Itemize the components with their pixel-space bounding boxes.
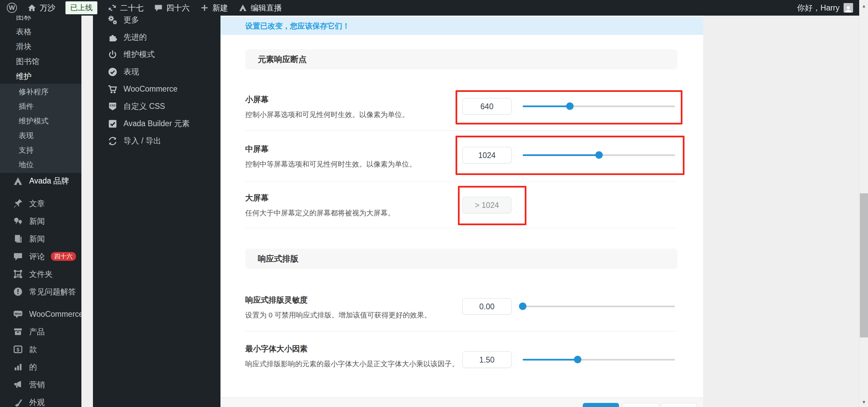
update-icon	[108, 3, 117, 13]
pages-icon	[12, 233, 24, 245]
setting-row-最小字体大小因素: 最小字体大小因素响应式排版影响的元素的最小字体大小是正文字体大小乘以该因子。1.…	[245, 331, 677, 398]
slider-handle[interactable]	[566, 102, 574, 110]
sidebar-subitem-地位[interactable]: 地位	[0, 157, 81, 172]
slider-handle[interactable]	[519, 303, 526, 310]
setting-slider[interactable]	[523, 97, 675, 115]
setting-slider[interactable]	[523, 297, 675, 315]
sidebar-item-label: 文件夹	[29, 269, 53, 279]
avada-icon	[238, 3, 248, 13]
section-header: 元素响应断点	[245, 49, 677, 70]
footer-button-3[interactable]	[661, 403, 697, 407]
sidebar-subitem-插件[interactable]: 插件	[0, 99, 81, 114]
setting-value-input[interactable]: 0.00	[462, 298, 512, 315]
plus-icon	[200, 3, 209, 13]
sidebar-item-Avada 品牌[interactable]: Avada 品牌	[0, 173, 81, 189]
options-menu-item-Avada Builder 元素[interactable]: Avada Builder 元素	[93, 115, 220, 132]
options-menu-item-先进的[interactable]: 先进的	[93, 28, 220, 46]
sidebar-subitem-修补程序[interactable]: 修补程序	[0, 84, 81, 99]
slider-fill	[523, 105, 570, 107]
css-badge-icon: CSS	[107, 100, 119, 113]
media-frame-icon	[12, 268, 24, 280]
site-online-badge[interactable]: 已上线	[65, 1, 97, 14]
admin-bar-item-label: 编辑直播	[251, 3, 282, 13]
admin-bar: W万沙已上线二十七四十六新建编辑直播 你好，Harry	[0, 0, 868, 16]
admin-bar-item-label: 四十六	[166, 3, 190, 13]
woocommerce-icon: Woo	[12, 308, 24, 320]
options-menu-item-导入 / 导出[interactable]: 导入 / 导出	[93, 132, 220, 150]
footer-button-2[interactable]	[622, 403, 659, 407]
sidebar-item-label: 款	[29, 344, 37, 355]
sidebar-item-label: 评论	[29, 251, 45, 262]
slider-handle[interactable]	[595, 151, 603, 159]
scrollbar-thumb[interactable]	[860, 193, 868, 337]
options-menu-item-表现[interactable]: 表现	[93, 63, 220, 80]
sidebar-item-常见问题解答[interactable]: 常见问题解答	[0, 283, 81, 301]
sidebar-item-文件夹[interactable]: 文件夹	[0, 265, 81, 283]
svg-text:CSS: CSS	[110, 104, 116, 107]
avatar[interactable]	[844, 3, 853, 13]
scroll-down-arrow[interactable]: ▼	[860, 398, 868, 406]
setting-value-input[interactable]: 1.50	[462, 351, 512, 368]
options-menu-item-label: 维护模式	[123, 49, 155, 60]
avada-icon	[12, 175, 24, 187]
sidebar-item-label: 外观	[29, 397, 45, 407]
footer-bar	[220, 398, 703, 407]
admin-bar-item-编辑直播[interactable]: 编辑直播	[238, 3, 282, 13]
setting-value-input[interactable]: > 1024	[462, 197, 512, 213]
scroll-up-arrow[interactable]: ▲	[860, 1, 868, 10]
sidebar-item-营销[interactable]: 营销	[0, 376, 81, 393]
admin-bar-item-万沙[interactable]: 万沙	[27, 3, 55, 13]
sidebar-item-新闻[interactable]: 新闻	[0, 212, 81, 230]
sidebar-item-新闻[interactable]: 新闻	[0, 230, 81, 248]
sidebar-item-label: 产品	[29, 327, 45, 337]
comment-icon	[154, 3, 163, 13]
admin-bar-item-新建[interactable]: 新建	[200, 3, 228, 13]
sidebar-item-滑块[interactable]: 滑块	[0, 39, 81, 54]
setting-description: 响应式排版影响的元素的最小字体大小是正文字体大小乘以该因子。	[245, 358, 459, 370]
sidebar-item-label: 新闻	[29, 234, 45, 244]
sidebar-item-维护[interactable]: 维护	[0, 69, 81, 84]
scrollbar[interactable]: ▲ ▼	[859, 0, 868, 407]
setting-description: 控制小屏幕选项和可见性何时生效。以像素为单位。	[245, 109, 459, 121]
setting-slider[interactable]	[523, 146, 675, 164]
analytics-icon	[12, 361, 24, 373]
sidebar-item-文章[interactable]: 文章	[0, 195, 81, 212]
sidebar-item-的[interactable]: 的	[0, 358, 81, 376]
sidebar-subitem-维护模式[interactable]: 维护模式	[0, 114, 81, 128]
options-menu-item-WooCommerce[interactable]: WooCommerce	[93, 80, 220, 98]
product-box-icon	[12, 326, 24, 337]
admin-bar-item-label: 新建	[212, 3, 228, 13]
sidebar-item-外观[interactable]: 外观	[0, 393, 81, 407]
slider-handle[interactable]	[574, 356, 581, 363]
import-export-icon	[107, 135, 119, 147]
sidebar-item-WooCommerce[interactable]: WooWooCommerce	[0, 305, 81, 323]
sidebar-item-款[interactable]: $款	[0, 341, 81, 358]
admin-bar-item-二十七[interactable]: 二十七	[108, 3, 143, 13]
sidebar-subitem-支持[interactable]: 支持	[0, 143, 81, 157]
sidebar-item-表格[interactable]: 表格	[0, 24, 81, 39]
sidebar-subitem-表现[interactable]: 表现	[0, 128, 81, 143]
admin-bar-item-四十六[interactable]: 四十六	[154, 3, 190, 13]
builder-check-icon	[107, 118, 119, 130]
sidebar-item-产品[interactable]: 产品	[0, 323, 81, 341]
admin-bar-item-label: 万沙	[40, 3, 55, 13]
sidebar-item-评论[interactable]: 评论四十六	[0, 248, 81, 265]
sidebar-item-label: 新闻	[29, 216, 45, 227]
setting-value-input[interactable]: 1024	[462, 147, 512, 163]
avada-options-menu: 更多先进的维护模式表现WooCommerceCSS自定义 CSSAvada Bu…	[93, 0, 220, 407]
sidebar-item-label: Avada 品牌	[29, 176, 69, 186]
slider-track[interactable]	[523, 306, 675, 307]
setting-value-input[interactable]: 640	[462, 98, 512, 115]
section-title: 响应式排版	[258, 253, 298, 264]
alert-circle-icon	[12, 286, 24, 297]
user-greeting[interactable]: 你好，Harry	[797, 3, 840, 13]
admin-bar-item-logo[interactable]: W	[7, 3, 17, 13]
setting-slider[interactable]	[523, 351, 675, 368]
sidebar-item-图书馆[interactable]: 图书馆	[0, 54, 81, 69]
options-menu-item-维护模式[interactable]: 维护模式	[93, 46, 220, 63]
main-content: 设置已改变，您应该保存它们！ 元素响应断点小屏幕控制小屏幕选项和可见性何时生效。…	[220, 16, 703, 407]
options-menu-item-自定义 CSS[interactable]: CSS自定义 CSS	[93, 98, 220, 115]
puzzle-icon	[107, 31, 119, 43]
save-changes-button[interactable]	[583, 403, 619, 407]
admin-bar-item-已上线[interactable]: 已上线	[65, 1, 97, 14]
